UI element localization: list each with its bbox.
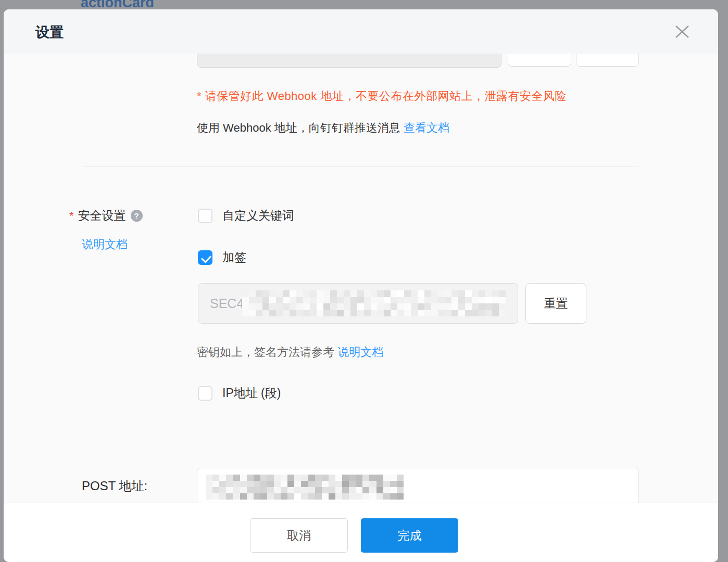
security-settings-label-group: * 安全设置 ? [69,208,143,224]
help-question-icon[interactable]: ? [131,210,143,222]
post-address-redaction-mosaic [206,475,404,500]
modal-title: 设置 [35,9,64,54]
option-ip-address[interactable]: IP地址 (段) [198,385,281,401]
custom-keyword-checkbox[interactable] [198,209,212,223]
modal-body: * 请保管好此 Webhook 地址，不要公布在外部网站上，泄露有安全风险 使用… [4,9,718,503]
webhook-usage-row: 使用 Webhook 地址，向钉钉群推送消息 查看文档 [197,120,449,136]
reset-secret-button[interactable]: 重置 [525,283,586,324]
divider-top [82,167,639,167]
custom-keyword-label[interactable]: 自定义关键词 [222,208,294,224]
secret-key-input[interactable]: SEC4 [198,283,518,324]
option-sign[interactable]: 加签 [198,249,246,265]
settings-modal: 设置 * 请保管好此 Webhook 地址，不要公布在外部网站上，泄露有安全风险… [4,9,718,562]
modal-footer: 取消 完成 [4,503,718,562]
close-icon [673,24,691,40]
webhook-warning-text: * 请保管好此 Webhook 地址，不要公布在外部网站上，泄露有安全风险 [197,88,567,104]
webhook-usage-text: 使用 Webhook 地址，向钉钉群推送消息 [197,121,404,134]
secret-key-prefix-text: SEC4 [210,284,244,323]
confirm-button[interactable]: 完成 [361,518,458,553]
option-custom-keyword[interactable]: 自定义关键词 [198,208,294,224]
sign-label[interactable]: 加签 [222,249,246,265]
sign-checkbox[interactable] [198,250,212,265]
modal-header: 设置 [4,9,718,54]
sign-hint-text: 密钥如上，签名方法请参考 [197,346,337,359]
security-settings-label: 安全设置 [78,208,126,224]
sign-hint-row: 密钥如上，签名方法请参考 说明文档 [197,344,383,360]
cancel-button[interactable]: 取消 [250,518,348,553]
close-button[interactable] [673,23,691,41]
ip-address-label[interactable]: IP地址 (段) [222,385,281,401]
secret-key-redaction-mosaic [242,290,506,316]
required-asterisk: * [69,209,74,223]
background-page-strip: actionCard [0,0,728,9]
view-docs-link[interactable]: 查看文档 [404,121,449,134]
sign-doc-link[interactable]: 说明文档 [337,346,383,359]
background-actioncard-link[interactable]: actionCard [81,0,154,9]
post-address-label: POST 地址: [82,478,147,494]
divider-bottom [82,439,639,439]
security-doc-link[interactable]: 说明文档 [82,237,128,252]
ip-address-checkbox[interactable] [198,386,212,401]
